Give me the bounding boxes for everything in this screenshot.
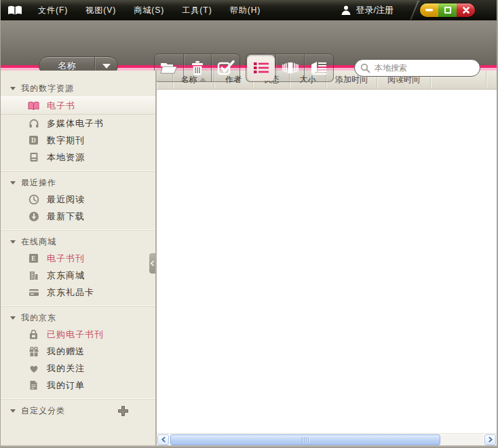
window-bottom-edge: [1, 445, 497, 448]
section-header-recent-actions[interactable]: 最近操作: [1, 174, 155, 191]
sidebar-collapse-handle[interactable]: [149, 253, 155, 274]
svg-text:E: E: [31, 255, 35, 262]
clock-icon: [28, 193, 39, 205]
sidebar-item-label: 数字期刊: [47, 134, 85, 147]
sidebar-item-label: 我的赠送: [47, 346, 85, 358]
sidebar-item-jd-mall[interactable]: 京东商城: [1, 267, 155, 284]
section-title: 我的数字资源: [21, 83, 74, 94]
svg-text:D: D: [31, 137, 36, 144]
scroll-left-button[interactable]: [157, 434, 169, 445]
open-folder-icon: [159, 60, 178, 75]
thumb-grip: [308, 437, 309, 443]
file-actions-group: [154, 54, 240, 82]
sidebar-item-latest-downloads[interactable]: 最新下载: [1, 208, 155, 225]
section-header-my-jd[interactable]: 我的京东: [1, 310, 155, 326]
section-header-custom-categories[interactable]: 自定义分类: [1, 403, 155, 419]
menubar: 文件(F) 视图(V) 商城(S) 工具(T) 帮助(H): [31, 1, 268, 20]
sidebar-item-label: 多媒体电子书: [47, 117, 104, 130]
cover-view-button[interactable]: [275, 54, 304, 81]
close-button[interactable]: [457, 3, 475, 17]
login-register-label: 登录/注册: [356, 4, 394, 16]
sidebar-item-local-resources[interactable]: 本地资源: [1, 149, 155, 166]
content-area: 名称 作者 状态 大小 添加时间 阅读时间: [157, 71, 497, 445]
building-icon: [28, 269, 39, 281]
scrollbar-thumb[interactable]: [170, 434, 440, 445]
trash-icon: [190, 60, 205, 76]
letter-e-icon: E: [28, 253, 39, 264]
section-my-jd: 我的京东 已购电子书刊 我的赠送: [1, 306, 155, 399]
shopping-bag-icon: [28, 329, 39, 340]
menu-file[interactable]: 文件(F): [31, 1, 75, 20]
detail-view-icon: [310, 60, 328, 75]
sidebar-item-label: 最新下载: [47, 210, 85, 223]
sidebar-item-my-favorites[interactable]: 我的关注: [1, 360, 155, 377]
gift-icon: [28, 346, 39, 357]
menu-help[interactable]: 帮助(H): [223, 1, 269, 20]
menu-tools[interactable]: 工具(T): [174, 1, 219, 20]
collapse-triangle-icon: [10, 240, 16, 244]
app-logo-book-icon: [7, 5, 22, 16]
select-all-button[interactable]: [211, 54, 240, 81]
order-doc-icon: [28, 379, 39, 391]
section-title: 我的京东: [21, 312, 56, 324]
open-folder-button[interactable]: [155, 54, 183, 81]
search-box: [354, 59, 480, 77]
app-window: 文件(F) 视图(V) 商城(S) 工具(T) 帮助(H) 登录/注册: [0, 0, 498, 448]
scroll-right-button[interactable]: [484, 434, 496, 445]
sidebar-item-digital-periodicals[interactable]: D 数字期刊: [1, 132, 155, 149]
sidebar-item-multimedia-ebooks[interactable]: 多媒体电子书: [1, 115, 155, 132]
sidebar-item-label: 电子书: [47, 100, 75, 112]
sidebar-item-label: 京东礼品卡: [47, 286, 94, 299]
thumb-grip: [304, 437, 305, 443]
menu-store[interactable]: 商城(S): [126, 1, 172, 20]
chevron-left-icon: [161, 436, 166, 443]
maximize-button[interactable]: [438, 3, 457, 17]
sidebar-item-ebook-store[interactable]: E 电子书刊: [1, 250, 155, 267]
user-icon: [341, 5, 351, 16]
list-view-icon: [252, 61, 270, 75]
plus-icon: [117, 405, 129, 417]
sidebar-item-recently-read[interactable]: 最近阅读: [1, 191, 155, 208]
sidebar-item-label: 最近阅读: [47, 193, 85, 206]
add-category-button[interactable]: [117, 405, 129, 417]
sidebar: 我的数字资源 电子书 多媒体电子书 D: [1, 71, 157, 445]
sidebar-item-label: 京东商城: [47, 269, 85, 282]
sidebar-item-label: 本地资源: [47, 151, 85, 164]
menu-view[interactable]: 视图(V): [78, 1, 123, 20]
sidebar-item-ebooks[interactable]: 电子书: [1, 96, 155, 115]
open-book-icon: [28, 100, 39, 111]
list-view-button[interactable]: [247, 55, 275, 81]
sidebar-item-label: 已购电子书刊: [47, 329, 104, 341]
local-book-icon: [28, 151, 39, 163]
detail-view-button[interactable]: [304, 54, 332, 81]
chevron-down-icon: [102, 64, 111, 69]
thumb-grip: [302, 437, 303, 443]
collapse-triangle-icon: [10, 181, 16, 185]
view-switch-group: [246, 54, 334, 82]
book-list-empty: [157, 90, 497, 433]
collapse-triangle-icon: [10, 87, 16, 90]
local-search-input[interactable]: [375, 63, 480, 73]
thumb-grip: [306, 437, 307, 443]
download-icon: [28, 210, 39, 222]
delete-button[interactable]: [183, 54, 212, 81]
search-icon: [360, 63, 370, 73]
sidebar-item-purchased-ebooks[interactable]: 已购电子书刊: [1, 326, 155, 343]
scrollbar-track[interactable]: [170, 434, 484, 445]
sidebar-item-my-orders[interactable]: 我的订单: [1, 377, 155, 394]
section-header-online-store[interactable]: 在线商城: [1, 234, 155, 250]
sidebar-item-my-gifts[interactable]: 我的赠送: [1, 343, 155, 360]
gift-card-icon: [28, 286, 39, 298]
collapse-triangle-icon: [10, 316, 16, 320]
section-header-my-digital-resources[interactable]: 我的数字资源: [1, 80, 155, 96]
checkbox-check-icon: [216, 60, 235, 76]
section-my-digital-resources: 我的数字资源 电子书 多媒体电子书 D: [1, 77, 155, 171]
cover-view-icon: [281, 60, 300, 75]
sidebar-item-jd-gift-card[interactable]: 京东礼品卡: [1, 284, 155, 301]
section-recent-actions: 最近操作 最近阅读 最新下载: [1, 171, 155, 230]
heart-icon: [28, 362, 39, 374]
login-register-link[interactable]: 登录/注册: [341, 0, 394, 20]
minimize-button[interactable]: [420, 3, 438, 17]
section-online-store: 在线商城 E 电子书刊 京东商城: [1, 230, 155, 306]
section-title: 在线商城: [21, 236, 56, 248]
